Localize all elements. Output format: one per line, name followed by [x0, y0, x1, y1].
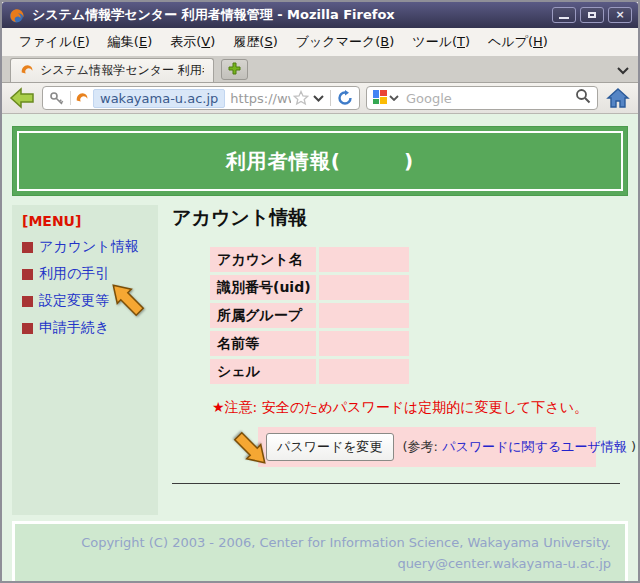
search-engine-dropdown[interactable]	[389, 95, 399, 101]
main-content: アカウント情報 アカウント名 識別番号(uid) 所属グループ	[158, 205, 628, 515]
sidebar-link[interactable]: 利用の手引	[39, 265, 109, 283]
chevron-down-icon	[389, 95, 399, 101]
banner-title: 利用者情報( )	[226, 148, 414, 175]
chevron-down-icon	[617, 60, 629, 79]
password-user-info-link[interactable]: パスワードに関するユーザ情報	[442, 439, 627, 454]
sidebar-item-usage-guide[interactable]: 利用の手引	[22, 265, 152, 283]
page-banner: 利用者情報( )	[12, 126, 628, 196]
row-value	[319, 303, 409, 328]
copyright-text: Copyright (C) 2003 - 2006, Center for In…	[29, 533, 611, 554]
row-value	[319, 275, 409, 300]
page-favicon	[75, 89, 89, 108]
url-input[interactable]: https://www.w	[230, 91, 291, 106]
home-button[interactable]	[604, 85, 632, 111]
password-notice: ★注意: 安全のためパスワードは定期的に変更して下さい。	[212, 399, 628, 417]
table-row: シェル	[210, 359, 628, 384]
reference-text: (参考: パスワードに関するユーザ情報 )	[403, 438, 637, 456]
url-dropdown-button[interactable]	[313, 95, 324, 102]
row-value	[319, 331, 409, 356]
minimize-icon	[559, 17, 569, 19]
back-button[interactable]	[8, 85, 36, 111]
close-icon: ×	[615, 8, 624, 21]
table-row: 所属グループ	[210, 303, 628, 328]
menu-view[interactable]: 表示(V)	[161, 30, 224, 54]
star-icon	[293, 90, 309, 106]
maximize-button[interactable]	[580, 7, 604, 23]
row-label: 識別番号(uid)	[210, 275, 316, 300]
url-bar[interactable]: wakayama-u.ac.jp https://www.w	[42, 86, 360, 110]
minimize-button[interactable]	[552, 7, 576, 23]
sidebar-menu-title: [MENU]	[22, 213, 152, 229]
tab-title: システム情報学センター 利用者情...	[40, 62, 204, 79]
sidebar-link[interactable]: 申請手続き	[39, 319, 109, 337]
menu-bookmarks[interactable]: ブックマーク(B)	[287, 30, 404, 54]
menu-file[interactable]: ファイル(F)	[10, 30, 99, 54]
reload-icon	[337, 90, 353, 106]
page-content: 利用者情報( ) [MENU] アカウント情報 利用の手引 設定変更等	[2, 114, 638, 581]
row-label: 所属グループ	[210, 303, 316, 328]
navigation-toolbar: wakayama-u.ac.jp https://www.w	[2, 83, 638, 114]
menubar: ファイル(F) 編集(E) 表示(V) 履歴(S) ブックマーク(B) ツール(…	[2, 28, 638, 56]
sidebar-item-application-procedure[interactable]: 申請手続き	[22, 319, 152, 337]
chevron-down-icon	[313, 95, 324, 102]
tab-favicon	[20, 61, 34, 80]
search-bar[interactable]: Google	[366, 86, 598, 110]
square-bullet-icon	[22, 242, 33, 253]
contact-email: query@center.wakayama-u.ac.jp	[29, 554, 611, 575]
search-magnifier-icon[interactable]	[575, 88, 591, 108]
sidebar-item-settings-change[interactable]: 設定変更等	[22, 292, 152, 310]
new-tab-button[interactable]	[221, 59, 248, 80]
firefox-icon	[8, 7, 25, 24]
window-title: システム情報学センター 利用者情報管理 - Mozilla Firefox	[32, 6, 552, 24]
titlebar: システム情報学センター 利用者情報管理 - Mozilla Firefox ×	[2, 2, 638, 28]
site-identity-button[interactable]	[47, 91, 71, 105]
bookmark-star-button[interactable]	[293, 90, 309, 106]
menu-tools[interactable]: ツール(T)	[403, 30, 479, 54]
close-button[interactable]: ×	[608, 7, 632, 23]
menu-history[interactable]: 履歴(S)	[224, 30, 286, 54]
plus-icon	[228, 60, 241, 79]
google-logo-icon	[373, 89, 387, 108]
table-row: 名前等	[210, 331, 628, 356]
urlbar-divider	[330, 90, 331, 106]
sidebar-item-account-info[interactable]: アカウント情報	[22, 238, 152, 256]
sidebar-link[interactable]: アカウント情報	[39, 238, 139, 256]
row-label: 名前等	[210, 331, 316, 356]
content-divider	[172, 483, 620, 484]
key-icon	[49, 91, 65, 105]
menu-edit[interactable]: 編集(E)	[99, 30, 161, 54]
sidebar-link[interactable]: 設定変更等	[39, 292, 109, 310]
browser-window: システム情報学センター 利用者情報管理 - Mozilla Firefox × …	[0, 0, 640, 583]
row-label: シェル	[210, 359, 316, 384]
search-input[interactable]: Google	[406, 91, 575, 106]
tab-strip: システム情報学センター 利用者情...	[2, 56, 638, 83]
row-label: アカウント名	[210, 247, 316, 272]
reload-button[interactable]	[337, 90, 353, 106]
list-all-tabs-button[interactable]	[612, 58, 634, 80]
identity-domain: wakayama-u.ac.jp	[93, 89, 225, 108]
table-row: アカウント名	[210, 247, 628, 272]
square-bullet-icon	[22, 296, 33, 307]
menu-help[interactable]: ヘルプ(H)	[479, 30, 557, 54]
table-row: 識別番号(uid)	[210, 275, 628, 300]
page-footer: Copyright (C) 2003 - 2006, Center for In…	[12, 521, 628, 581]
active-tab[interactable]: システム情報学センター 利用者情...	[10, 58, 214, 82]
row-value	[319, 359, 409, 384]
maximize-icon	[588, 12, 596, 18]
change-password-button[interactable]: パスワードを変更	[266, 433, 394, 461]
sidebar-menu: [MENU] アカウント情報 利用の手引 設定変更等 申請手続き	[12, 205, 158, 515]
row-value	[319, 247, 409, 272]
square-bullet-icon	[22, 269, 33, 280]
password-action-row: パスワードを変更 (参考: パスワードに関するユーザ情報 )	[258, 427, 596, 467]
home-icon	[606, 87, 630, 109]
back-arrow-icon	[9, 86, 35, 110]
page-title: アカウント情報	[172, 205, 628, 231]
account-info-table: アカウント名 識別番号(uid) 所属グループ 名前等	[210, 247, 628, 384]
square-bullet-icon	[22, 323, 33, 334]
